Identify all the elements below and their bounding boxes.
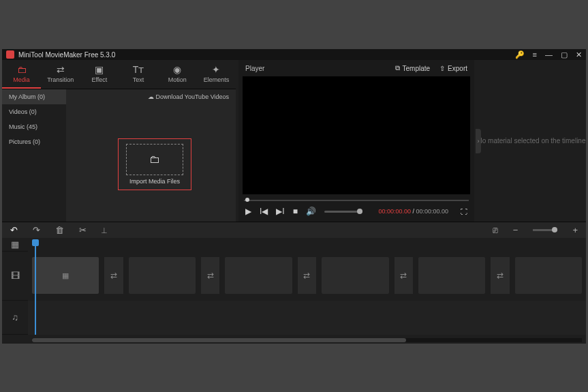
key-icon[interactable]: 🔑	[515, 50, 525, 59]
track-header-video[interactable]: 🎞	[2, 252, 28, 301]
tab-effect[interactable]: ▣Effect	[80, 60, 119, 89]
transition-icon: ⇄	[42, 64, 78, 75]
undo-button[interactable]: ↶	[10, 225, 18, 235]
template-icon: ⧉	[395, 64, 400, 72]
clip-slot[interactable]	[129, 257, 196, 294]
time-current: 00:00:00.00	[378, 208, 411, 215]
clip-slot[interactable]	[515, 257, 582, 294]
volume-handle[interactable]	[357, 209, 362, 214]
next-button[interactable]: ▶I	[276, 207, 284, 216]
close-button[interactable]: ✕	[576, 50, 582, 59]
export-button[interactable]: ⇧Export	[439, 65, 467, 72]
timeline-scrollbar[interactable]	[32, 338, 582, 342]
play-button[interactable]: ▶	[245, 207, 251, 216]
folder-icon: 🗀	[149, 153, 160, 166]
tab-media[interactable]: 🗀Media	[2, 60, 41, 89]
time-total: 00:00:00.00	[416, 208, 448, 215]
main-tabs: 🗀Media ⇄Transition ▣Effect TᴛText ◉Motio…	[2, 60, 236, 89]
stop-button[interactable]: ■	[293, 207, 298, 216]
sidebar-item-pictures[interactable]: Pictures (0)	[2, 134, 66, 149]
tab-transition[interactable]: ⇄Transition	[41, 60, 80, 89]
sidebar-item-videos[interactable]: Videos (0)	[2, 104, 66, 119]
video-preview[interactable]	[243, 76, 470, 194]
tab-elements[interactable]: ✦Elements	[197, 60, 236, 89]
upper-panels: 🗀Media ⇄Transition ▣Effect TᴛText ◉Motio…	[2, 60, 586, 222]
zoom-in-button[interactable]: +	[572, 225, 578, 235]
transition-slot[interactable]: ⇄	[201, 257, 219, 294]
tab-text[interactable]: TᴛText	[119, 60, 158, 89]
sidebar-item-myalbum[interactable]: My Album (0)	[2, 89, 66, 104]
prev-button[interactable]: I◀	[260, 207, 268, 216]
fullscreen-button[interactable]: ⛶	[461, 208, 467, 215]
crop-button[interactable]: ⟂	[102, 225, 107, 235]
track-headers: ▦ 🎞 ♫	[2, 238, 28, 344]
fit-button[interactable]: ⎚	[493, 225, 498, 235]
clip-placeholder-icon: ▦	[62, 271, 69, 280]
clip-slot[interactable]	[225, 257, 292, 294]
panel-collapse-handle[interactable]: ›	[476, 129, 481, 153]
properties-empty-text: No material selected on the timeline	[478, 137, 586, 145]
zoom-out-button[interactable]: −	[513, 225, 519, 235]
tab-motion[interactable]: ◉Motion	[158, 60, 197, 89]
app-logo	[6, 50, 14, 59]
progress-handle[interactable]	[245, 198, 249, 202]
app-title: MiniTool MovieMaker Free 5.3.0	[18, 51, 515, 59]
app-window: MiniTool MovieMaker Free 5.3.0 🔑 ≡ ― ▢ ✕…	[2, 49, 586, 344]
scroll-thumb[interactable]	[32, 338, 406, 342]
maximize-button[interactable]: ▢	[561, 50, 568, 59]
zoom-slider[interactable]	[533, 229, 557, 231]
player-controls: ▶ I◀ ▶I ■ 🔊 00:00:00.00 / 00:00:00.00 ⛶	[238, 204, 474, 222]
split-button[interactable]: ✂	[79, 225, 87, 235]
media-categories: My Album (0) Videos (0) Music (45) Pictu…	[2, 89, 66, 222]
clip-slot[interactable]: ▦	[32, 257, 99, 294]
timeline: ▦ 🎞 ♫ ▦ ⇄ ⇄ ⇄ ⇄ ⇄	[2, 238, 586, 344]
download-youtube-link[interactable]: Download YouTube Videos	[148, 93, 229, 100]
media-body: My Album (0) Videos (0) Music (45) Pictu…	[2, 89, 236, 222]
progress-track	[244, 200, 469, 201]
transition-slot[interactable]: ⇄	[298, 257, 316, 294]
zoom-handle[interactable]	[552, 227, 557, 232]
video-track[interactable]: ▦ ⇄ ⇄ ⇄ ⇄ ⇄	[28, 252, 586, 301]
properties-panel: › No material selected on the timeline	[477, 60, 586, 222]
import-dropzone: 🗀	[126, 144, 183, 175]
import-media-button[interactable]: 🗀 Import Media Files	[118, 138, 191, 190]
volume-icon[interactable]: 🔊	[306, 207, 316, 216]
import-label: Import Media Files	[129, 178, 180, 185]
ruler-row[interactable]	[28, 238, 586, 252]
transition-slot[interactable]: ⇄	[491, 257, 509, 294]
clip-slot[interactable]	[322, 257, 388, 294]
folder-icon: 🗀	[3, 64, 40, 75]
volume-slider[interactable]	[324, 211, 362, 213]
clip-slot[interactable]	[418, 257, 485, 294]
redo-button[interactable]: ↷	[33, 225, 40, 235]
playhead[interactable]	[32, 239, 39, 246]
player-header: Player ⧉Template ⇧Export	[238, 60, 474, 76]
time-display: 00:00:00.00 / 00:00:00.00	[378, 208, 448, 215]
transition-slot[interactable]: ⇄	[394, 257, 413, 294]
transition-slot[interactable]: ⇄	[104, 257, 123, 294]
motion-icon: ◉	[159, 64, 196, 75]
media-panel: 🗀Media ⇄Transition ▣Effect TᴛText ◉Motio…	[2, 60, 236, 222]
media-area: Download YouTube Videos 🗀 Import Media F…	[66, 89, 236, 222]
export-icon: ⇧	[439, 65, 445, 72]
text-icon: Tᴛ	[121, 64, 157, 75]
player-panel: Player ⧉Template ⇧Export ▶ I◀ ▶I ■ 🔊 00:…	[238, 60, 474, 222]
audio-track[interactable]	[28, 301, 586, 335]
template-button[interactable]: ⧉Template	[395, 64, 431, 72]
minimize-button[interactable]: ―	[545, 50, 553, 59]
track-header-ruler[interactable]: ▦	[2, 238, 28, 252]
titlebar: MiniTool MovieMaker Free 5.3.0 🔑 ≡ ― ▢ ✕	[2, 49, 586, 60]
progress-bar[interactable]	[244, 197, 469, 204]
titlebar-controls: 🔑 ≡ ― ▢ ✕	[515, 50, 582, 59]
effect-icon: ▣	[81, 64, 117, 75]
tracks-area[interactable]: ▦ ⇄ ⇄ ⇄ ⇄ ⇄	[28, 238, 586, 344]
menu-icon[interactable]: ≡	[533, 50, 537, 59]
sidebar-item-music[interactable]: Music (45)	[2, 119, 66, 134]
track-header-audio[interactable]: ♫	[2, 301, 28, 335]
timeline-toolbar: ↶ ↷ 🗑 ✂ ⟂ ⎚ − +	[2, 222, 586, 238]
elements-icon: ✦	[198, 64, 234, 75]
delete-button[interactable]: 🗑	[55, 225, 64, 235]
player-title: Player	[245, 65, 386, 72]
playhead-line[interactable]	[35, 246, 36, 335]
